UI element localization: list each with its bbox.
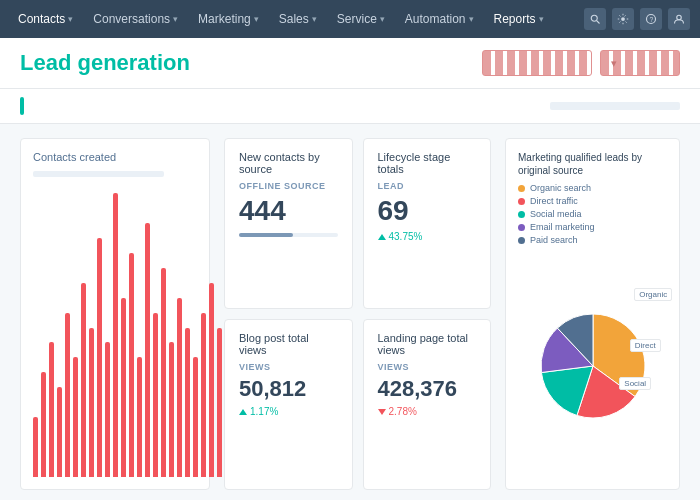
stat-card-title: Blog post total views (239, 332, 338, 356)
bar-chart-area (33, 185, 197, 477)
pie-legend-color (518, 224, 525, 231)
chevron-down-icon: ▾ (611, 57, 617, 70)
chevron-icon: ▾ (380, 14, 385, 24)
chevron-icon: ▾ (312, 14, 317, 24)
stat-card-title: Lifecycle stage totals (378, 151, 477, 175)
stat-label: VIEWS (239, 362, 338, 372)
svg-text:?: ? (650, 16, 654, 23)
bar (97, 238, 102, 477)
pie-chart-panel: Marketing qualified leads by original so… (505, 138, 680, 490)
svg-point-2 (621, 17, 625, 21)
nav-service[interactable]: Service ▾ (329, 0, 393, 38)
action-dropdown-button[interactable]: ▾ (600, 50, 680, 76)
pie-legend-item: Email marketing (518, 222, 667, 232)
stat-progress-fill (239, 233, 293, 237)
up-arrow-icon (378, 234, 386, 240)
date-range-display (550, 102, 680, 110)
main-content: Contacts created New contacts by source … (0, 124, 700, 500)
bar (137, 357, 142, 477)
bar (145, 223, 150, 477)
pie-ext-label: Organic (634, 288, 672, 301)
pie-chart-svg (533, 306, 653, 426)
bar (193, 357, 198, 477)
down-arrow-icon (378, 409, 386, 415)
chevron-icon: ▾ (539, 14, 544, 24)
nav-sales[interactable]: Sales ▾ (271, 0, 325, 38)
chevron-icon: ▾ (469, 14, 474, 24)
up-arrow-icon (239, 409, 247, 415)
pie-legend-item: Social media (518, 209, 667, 219)
chart-title: Contacts created (33, 151, 197, 163)
stat-value: 50,812 (239, 378, 338, 400)
chart-subtitle-bar (33, 171, 164, 177)
pie-chart-title: Marketing qualified leads by original so… (518, 151, 667, 177)
bar (201, 313, 206, 477)
settings-icon-button[interactable] (612, 8, 634, 30)
user-icon-button[interactable] (668, 8, 690, 30)
nav-reports[interactable]: Reports ▾ (486, 0, 552, 38)
svg-point-5 (677, 15, 682, 20)
svg-point-0 (591, 15, 597, 21)
bar (41, 372, 46, 477)
bar (105, 342, 110, 477)
chevron-icon: ▾ (254, 14, 259, 24)
stat-value: 428,376 (378, 378, 477, 400)
pie-legend-color (518, 211, 525, 218)
pie-legend-item: Organic search (518, 183, 667, 193)
bar-chart-panel: Contacts created (20, 138, 210, 490)
bar (129, 253, 134, 477)
svg-line-1 (597, 21, 600, 24)
stat-label: OFFLINE SOURCE (239, 181, 338, 191)
pie-legend-item: Direct traffic (518, 196, 667, 206)
stat-value: 69 (378, 197, 477, 225)
stat-card-blog-views: Blog post total views VIEWS 50,812 1.17% (224, 319, 353, 490)
nav-contacts[interactable]: Contacts ▾ (10, 0, 81, 38)
stat-label: LEAD (378, 181, 477, 191)
bar (73, 357, 78, 477)
bar (33, 417, 38, 477)
bar (57, 387, 62, 477)
stat-card-landing-views: Landing page total views VIEWS 428,376 2… (363, 319, 492, 490)
stat-change: 1.17% (239, 406, 338, 417)
bar (185, 328, 190, 477)
date-range-button[interactable] (482, 50, 592, 76)
pie-legend-item: Paid search (518, 235, 667, 245)
page-title: Lead generation (20, 50, 190, 76)
bar (49, 342, 54, 477)
pie-legend-color (518, 185, 525, 192)
bar (89, 328, 94, 477)
pie-chart-container: OrganicDirectSocial (518, 255, 667, 477)
stat-card-title: New contacts by source (239, 151, 338, 175)
pie-legend-color (518, 198, 525, 205)
bar (161, 268, 166, 477)
page-header: Lead generation ▾ (0, 38, 700, 89)
chevron-icon: ▾ (68, 14, 73, 24)
nav-conversations[interactable]: Conversations ▾ (85, 0, 186, 38)
stat-card-title: Landing page total views (378, 332, 477, 356)
pie-legend-color (518, 237, 525, 244)
help-icon-button[interactable]: ? (640, 8, 662, 30)
stat-change: 2.78% (378, 406, 477, 417)
chevron-icon: ▾ (173, 14, 178, 24)
bar (169, 342, 174, 477)
header-actions: ▾ (482, 50, 680, 76)
bar (209, 283, 214, 477)
stat-progress-bar (239, 233, 338, 237)
bar (81, 283, 86, 477)
bar (217, 328, 222, 477)
stat-value: 444 (239, 197, 338, 225)
stat-card-new-contacts: New contacts by source OFFLINE SOURCE 44… (224, 138, 353, 309)
bar (65, 313, 70, 477)
stat-label: VIEWS (378, 362, 477, 372)
nav-icon-group: ? (584, 8, 690, 30)
bar (153, 313, 158, 477)
pie-legend: Organic searchDirect trafficSocial media… (518, 183, 667, 245)
bar (113, 193, 118, 477)
navbar: Contacts ▾ Conversations ▾ Marketing ▾ S… (0, 0, 700, 38)
bar (177, 298, 182, 477)
nav-automation[interactable]: Automation ▾ (397, 0, 482, 38)
filter-bar (0, 89, 700, 124)
search-icon-button[interactable] (584, 8, 606, 30)
nav-marketing[interactable]: Marketing ▾ (190, 0, 267, 38)
bar (121, 298, 126, 477)
